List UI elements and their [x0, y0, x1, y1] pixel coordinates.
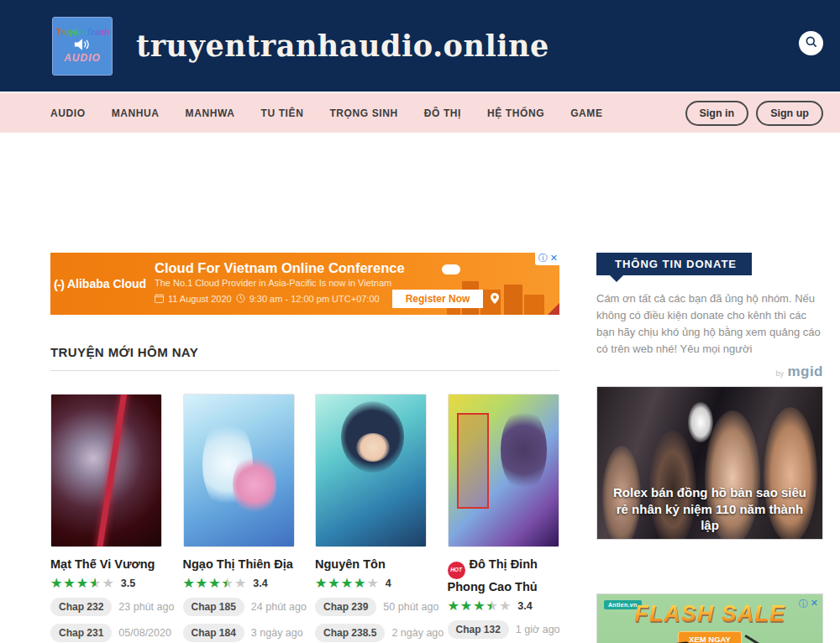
- chapter-time: 50 phút ago: [383, 601, 438, 613]
- star-rating: ★★★★★★★★★★ 3.5: [50, 577, 162, 590]
- flash-sale-ad[interactable]: Antien.vn FLASH SALE XEM NGAY ⓘ ✕: [596, 593, 823, 643]
- nav-item-tu-tien[interactable]: TU TIÊN: [261, 107, 304, 119]
- page: Truyện Tranh AUDIO truyentranhaudio.onli…: [0, 0, 840, 643]
- ad-info-icon[interactable]: ⓘ: [799, 598, 808, 610]
- comic-cover[interactable]: [315, 394, 427, 547]
- chapter-time: 05/08/2020: [118, 627, 171, 639]
- comic-title[interactable]: Ngạo Thị Thiên Địa: [183, 557, 295, 572]
- nav-item-game[interactable]: GAME: [570, 107, 602, 119]
- chapter-button[interactable]: Chap 238.5: [315, 624, 385, 642]
- chapter-row: Chap 184 3 ngày ago: [183, 624, 295, 642]
- search-icon: [805, 35, 818, 51]
- donate-text: Cám ơn tất cả các bạn đã ủng hộ nhóm. Nế…: [596, 290, 823, 358]
- sign-up-button[interactable]: Sign up: [756, 101, 823, 126]
- search-button[interactable]: [799, 31, 823, 55]
- section-divider: [50, 370, 559, 371]
- comics-grid: Mạt Thế Vi Vương ★★★★★★★★★★ 3.5 Chap 232…: [50, 394, 559, 643]
- chapter-row: Chap 185 24 phút ago: [183, 598, 295, 616]
- chapter-button[interactable]: Chap 231: [50, 624, 112, 642]
- chapter-time: 24 phút ago: [251, 601, 307, 613]
- page-title: truyentranhaudio.online: [136, 29, 549, 63]
- chapter-button[interactable]: Chap 132: [448, 620, 509, 639]
- mgid-attribution: by mgid: [596, 363, 823, 380]
- content: (-) Alibaba Cloud Cloud For Vietnam Onli…: [0, 133, 840, 643]
- nav-item-do-thi[interactable]: ĐÔ THỊ: [424, 107, 461, 119]
- photo-ad-highlight: [688, 402, 713, 442]
- donate-ribbon: THÔNG TIN DONATE: [596, 253, 752, 275]
- chapter-time: 1 giờ ago: [516, 624, 560, 635]
- star-rating: ★★★★★★★★★★ 3.4: [183, 577, 295, 590]
- comic-title[interactable]: HOTĐô Thị Đỉnh Phong Cao Thủ: [448, 557, 559, 594]
- chapter-row: Chap 231 05/08/2020: [50, 624, 162, 642]
- comic-title[interactable]: Nguyên Tôn: [315, 557, 427, 572]
- location-pin-icon: [491, 293, 499, 304]
- site-header: Truyện Tranh AUDIO truyentranhaudio.onli…: [0, 0, 840, 93]
- banner-ad-time: 9:30 am - 12:00 pm UTC+07:00: [249, 294, 380, 304]
- banner-ad-date: 11 August 2020: [168, 294, 232, 304]
- star-rating: ★★★★★★★★★★ 3.4: [448, 599, 559, 613]
- comic-cover[interactable]: [448, 394, 559, 547]
- chapter-button[interactable]: Chap 185: [183, 598, 244, 616]
- rating-value: 4: [386, 578, 391, 589]
- chapter-button[interactable]: Chap 184: [183, 624, 244, 642]
- chapter-row: Chap 132 1 giờ ago: [448, 620, 559, 639]
- chapter-button[interactable]: Chap 239: [315, 598, 376, 616]
- mgid-logo[interactable]: mgid: [787, 363, 823, 379]
- photo-ad-caption: Rolex bán đồng hồ bản sao siêu rẻ nhân k…: [597, 484, 822, 534]
- sidebar: THÔNG TIN DONATE Cám ơn tất cả các bạn đ…: [596, 133, 823, 643]
- main-nav: AUDIO MANHUA MANHWA TU TIÊN TRỌNG SINH Đ…: [0, 93, 840, 133]
- comic-card: HOTĐô Thị Đỉnh Phong Cao Thủ ★★★★★★★★★★ …: [448, 394, 559, 643]
- speaker-icon: [74, 38, 91, 51]
- selfie-stick-graphic: [744, 634, 784, 643]
- hot-badge: HOT: [448, 562, 465, 579]
- main-column: (-) Alibaba Cloud Cloud For Vietnam Onli…: [50, 133, 559, 643]
- stars-filled: ★★★★★: [448, 599, 491, 613]
- banner-ad-subtitle: The No.1 Cloud Provider in Asia-Pacific …: [155, 278, 499, 288]
- alibaba-logo-mark: (-): [54, 277, 64, 291]
- banner-ad-schedule: 11 August 2020 9:30 am - 12:00 pm UTC+07…: [155, 290, 499, 308]
- logo-text-audio: AUDIO: [64, 52, 101, 64]
- nav-item-he-thong[interactable]: HỆ THỐNG: [487, 107, 544, 119]
- nav-item-trong-sinh[interactable]: TRỌNG SINH: [329, 107, 397, 119]
- clock-icon: [236, 294, 245, 303]
- star-rating: ★★★★★★★★★★ 4: [315, 577, 427, 590]
- comic-card: Nguyên Tôn ★★★★★★★★★★ 4 Chap 239 50 phút…: [315, 394, 427, 643]
- rating-value: 3.5: [121, 578, 135, 589]
- site-logo[interactable]: Truyện Tranh AUDIO: [52, 17, 113, 76]
- chapter-row: Chap 238.5 2 ngày ago: [315, 624, 427, 642]
- nav-item-audio[interactable]: AUDIO: [50, 107, 86, 119]
- logo-text-top: Truyện Tranh: [55, 28, 109, 37]
- stars-filled: ★★★★★: [183, 577, 227, 590]
- ad-info-icon[interactable]: ⓘ: [538, 253, 548, 264]
- calendar-icon: [155, 294, 164, 303]
- comic-card: Ngạo Thị Thiên Địa ★★★★★★★★★★ 3.4 Chap 1…: [183, 394, 295, 643]
- section-title-new-today: TRUYỆN MỚI HÔM NAY: [50, 345, 559, 359]
- comic-title[interactable]: Mạt Thế Vi Vương: [50, 557, 162, 572]
- flash-ad-title: FLASH SALE: [597, 601, 822, 627]
- ad-choices-controls: ⓘ ✕: [799, 598, 818, 610]
- ad-choices-controls: ⓘ ✕: [535, 253, 559, 265]
- nav-item-manhwa[interactable]: MANHWA: [186, 107, 235, 119]
- chapter-time: 2 ngày ago: [391, 627, 444, 639]
- chapter-time: 3 ngày ago: [251, 627, 303, 639]
- stars-filled: ★★★★★: [315, 577, 366, 590]
- rating-value: 3.4: [517, 600, 532, 612]
- banner-ad-alibaba[interactable]: (-) Alibaba Cloud Cloud For Vietnam Onli…: [50, 253, 559, 315]
- comic-cover[interactable]: [50, 394, 162, 547]
- chapter-time: 23 phút ago: [118, 601, 174, 613]
- nav-item-manhua[interactable]: MANHUA: [112, 107, 160, 119]
- sidebar-photo-ad[interactable]: Rolex bán đồng hồ bản sao siêu rẻ nhân k…: [596, 386, 823, 540]
- chapter-row: Chap 239 50 phút ago: [315, 598, 427, 616]
- chapter-button[interactable]: Chap 232: [50, 598, 112, 616]
- banner-ad-copy: Cloud For Vietnam Online Conference The …: [155, 260, 499, 308]
- alibaba-logo-text: Alibaba Cloud: [67, 277, 146, 290]
- stars-filled: ★★★★★: [50, 577, 96, 590]
- mgid-by-label: by: [775, 369, 784, 378]
- ad-close-icon[interactable]: ✕: [550, 253, 558, 264]
- comic-cover[interactable]: [183, 394, 295, 547]
- sign-in-button[interactable]: Sign in: [685, 101, 749, 126]
- chapter-row: Chap 232 23 phút ago: [50, 598, 162, 616]
- ad-close-icon[interactable]: ✕: [811, 598, 818, 610]
- alibaba-cloud-logo: (-) Alibaba Cloud: [50, 277, 150, 291]
- register-now-button[interactable]: Register Now: [392, 290, 484, 308]
